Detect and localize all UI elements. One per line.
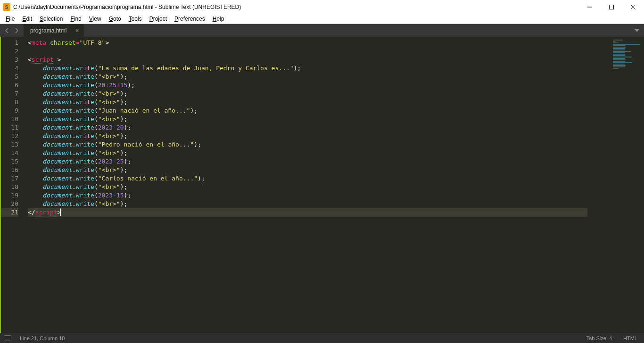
minimap-line xyxy=(613,54,626,55)
statusbar: Line 21, Column 10 Tab Size: 4 HTML xyxy=(0,333,644,343)
code-line[interactable]: document.write(2023-15); xyxy=(28,191,587,200)
code-line[interactable]: document.write("Carlos nació en el año..… xyxy=(28,174,587,183)
minimap-line xyxy=(613,41,616,42)
minimap-line xyxy=(613,48,625,49)
close-button[interactable] xyxy=(622,0,644,14)
code-line[interactable]: document.write("La suma de las edades de… xyxy=(28,64,587,73)
line-number[interactable]: 9 xyxy=(1,106,18,115)
line-number[interactable]: 12 xyxy=(1,132,18,140)
menu-item-selection[interactable]: Selection xyxy=(36,15,66,23)
minimap-line xyxy=(613,45,625,46)
minimap-line xyxy=(613,44,640,45)
tab-bar: programa.html × xyxy=(0,24,644,37)
code-line[interactable]: document.write(2023-20); xyxy=(28,123,587,132)
code-line[interactable]: </script> xyxy=(28,208,587,217)
minimap-line xyxy=(613,66,625,67)
minimize-button[interactable] xyxy=(579,0,601,14)
tab-programa[interactable]: programa.html × xyxy=(24,24,84,37)
app-icon: S xyxy=(3,3,10,11)
line-number[interactable]: 5 xyxy=(1,73,18,81)
menu-item-file[interactable]: File xyxy=(2,15,18,23)
nav-forward-icon[interactable] xyxy=(14,28,19,33)
menu-item-find[interactable]: Find xyxy=(66,15,85,23)
minimap-line xyxy=(613,61,625,62)
minimap[interactable] xyxy=(587,37,644,333)
code-line[interactable]: document.write("<br>"); xyxy=(28,166,587,174)
line-number[interactable]: 2 xyxy=(1,47,18,56)
menu-item-project[interactable]: Project xyxy=(146,15,171,23)
minimap-line xyxy=(613,59,626,60)
minimap-line xyxy=(613,49,625,50)
menu-item-preferences[interactable]: Preferences xyxy=(171,15,209,23)
fold-column xyxy=(22,37,28,333)
minimap-line xyxy=(613,62,632,63)
code-line[interactable]: document.write("Juan nació en el año..."… xyxy=(28,106,587,115)
status-syntax[interactable]: HTML xyxy=(620,335,640,341)
status-tab-size[interactable]: Tab Size: 4 xyxy=(584,335,615,341)
line-number[interactable]: 4 xyxy=(1,64,18,73)
minimap-line xyxy=(613,42,619,43)
code-line[interactable]: document.write("<br>"); xyxy=(28,200,587,208)
code-line[interactable]: document.write("Pedro nació en el año...… xyxy=(28,140,587,149)
line-number[interactable]: 8 xyxy=(1,98,18,106)
window-title: C:\Users\dayli\Documents\Programacion\pr… xyxy=(13,4,241,10)
svg-rect-1 xyxy=(610,5,614,9)
line-number[interactable]: 10 xyxy=(1,115,18,123)
menu-item-edit[interactable]: Edit xyxy=(18,15,36,23)
line-number[interactable]: 20 xyxy=(1,200,18,208)
menu-item-view[interactable]: View xyxy=(85,15,105,23)
menubar: FileEditSelectionFindViewGotoToolsProjec… xyxy=(0,14,644,24)
status-position[interactable]: Line 21, Column 10 xyxy=(17,335,67,341)
code-line[interactable]: document.write(2023-25); xyxy=(28,157,587,166)
code-line[interactable]: document.write("<br>"); xyxy=(28,73,587,81)
panel-switcher-icon[interactable] xyxy=(4,335,11,341)
code-line[interactable]: <script > xyxy=(28,56,587,64)
editor: 123456789101112131415161718192021 <meta … xyxy=(0,37,644,333)
line-number[interactable]: 17 xyxy=(1,174,18,183)
code-line[interactable]: document.write("<br>"); xyxy=(28,149,587,157)
line-number[interactable]: 3 xyxy=(1,56,18,64)
window-titlebar: S C:\Users\dayli\Documents\Programacion\… xyxy=(0,0,644,14)
line-number-gutter[interactable]: 123456789101112131415161718192021 xyxy=(1,37,22,333)
line-number[interactable]: 11 xyxy=(1,123,18,132)
line-number[interactable]: 19 xyxy=(1,191,18,200)
minimap-line xyxy=(613,55,625,56)
nav-arrows xyxy=(0,24,24,37)
minimap-line xyxy=(613,64,625,65)
minimap-line xyxy=(613,52,625,53)
nav-back-icon[interactable] xyxy=(5,28,9,33)
line-number[interactable]: 1 xyxy=(1,39,18,47)
minimap-line xyxy=(613,68,619,69)
maximize-button[interactable] xyxy=(601,0,622,14)
code-line[interactable]: document.write(20+25+15); xyxy=(28,81,587,90)
line-number[interactable]: 6 xyxy=(1,81,18,90)
line-number[interactable]: 15 xyxy=(1,157,18,166)
code-area[interactable]: <meta charset="UTF-8"><script > document… xyxy=(28,37,587,333)
menu-item-tools[interactable]: Tools xyxy=(125,15,146,23)
line-number[interactable]: 7 xyxy=(1,90,18,98)
minimap-line xyxy=(613,65,626,66)
code-line[interactable]: document.write("<br>"); xyxy=(28,183,587,191)
minimap-line xyxy=(613,51,631,52)
code-line[interactable]: <meta charset="UTF-8"> xyxy=(28,39,587,47)
tab-label: programa.html xyxy=(30,27,66,34)
minimap-line xyxy=(613,47,626,48)
minimap-line xyxy=(613,57,632,57)
code-line[interactable] xyxy=(28,47,587,56)
line-number[interactable]: 13 xyxy=(1,140,18,149)
menu-item-goto[interactable]: Goto xyxy=(105,15,125,23)
line-number[interactable]: 21 xyxy=(1,208,18,217)
line-number[interactable]: 18 xyxy=(1,183,18,191)
close-icon[interactable]: × xyxy=(75,27,79,34)
line-number[interactable]: 14 xyxy=(1,149,18,157)
text-cursor xyxy=(60,209,61,216)
minimap-line xyxy=(613,40,623,41)
tab-overflow-icon[interactable] xyxy=(630,24,644,37)
menu-item-help[interactable]: Help xyxy=(209,15,228,23)
code-line[interactable]: document.write("<br>"); xyxy=(28,132,587,140)
minimap-line xyxy=(613,58,625,59)
line-number[interactable]: 16 xyxy=(1,166,18,174)
code-line[interactable]: document.write("<br>"); xyxy=(28,115,587,123)
code-line[interactable]: document.write("<br>"); xyxy=(28,90,587,98)
code-line[interactable]: document.write("<br>"); xyxy=(28,98,587,106)
